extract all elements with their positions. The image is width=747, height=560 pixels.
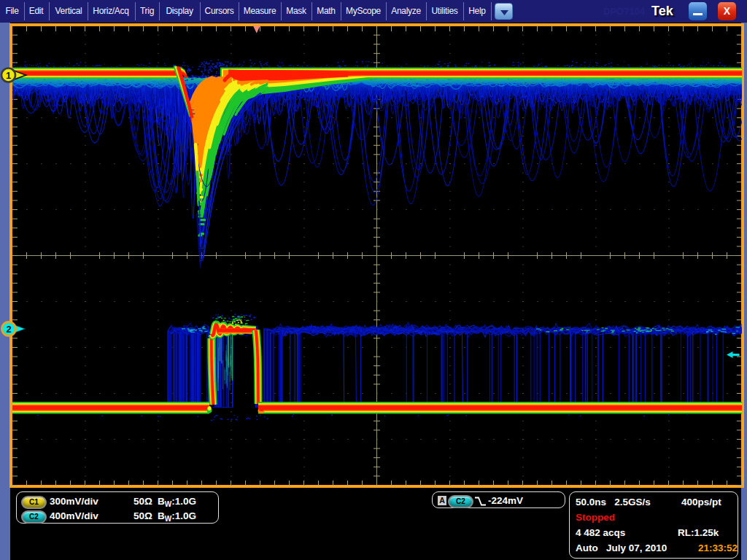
svg-text:1: 1 — [6, 70, 11, 81]
svg-text:2: 2 — [6, 324, 11, 335]
